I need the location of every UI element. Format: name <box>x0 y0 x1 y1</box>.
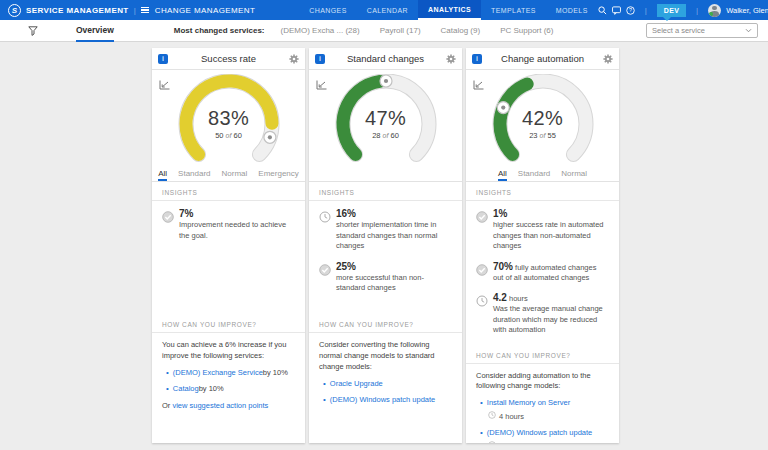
nav-item-calendar[interactable]: CALENDAR <box>357 0 418 20</box>
improve-label: HOW CAN YOU IMPROVE? <box>152 314 305 333</box>
most-changed-services-label: Most changed services: <box>174 26 265 35</box>
improve-label: HOW CAN YOU IMPROVE? <box>309 314 462 333</box>
user-avatar[interactable] <box>708 4 721 17</box>
primary-nav: CHANGESCALENDARANALYTICSTEMPLATESMODELS <box>299 0 597 20</box>
improve-link[interactable]: Install Memory on Server <box>487 398 570 409</box>
insight-value: 7% <box>179 208 295 219</box>
insight-value: 16% <box>336 208 452 219</box>
clock-icon <box>476 292 493 336</box>
gear-icon[interactable] <box>289 54 299 64</box>
insights-label: INSIGHTS <box>152 182 305 201</box>
card-title: Change automation <box>482 53 603 64</box>
improve-link-row: •Install Memory on Server <box>476 397 609 409</box>
improve-label: HOW CAN YOU IMPROVE? <box>466 345 619 364</box>
insight-content: 4.2 hoursWas the average manual change d… <box>493 292 609 336</box>
insight-content: 16%shorter implementation time in standa… <box>336 208 452 252</box>
tab-normal[interactable]: Normal <box>222 169 248 181</box>
tab-emergency[interactable]: Emergency <box>258 169 298 181</box>
improve-footer: Or view suggested action points <box>162 401 295 412</box>
gauge-sub-label: 28 of 60 <box>326 131 446 140</box>
bullet-icon: • <box>480 397 483 409</box>
service-chip-demo-excha-28[interactable]: (DEMO) Excha ... (28) <box>281 26 360 35</box>
insight-text: more successful than non-standard change… <box>336 273 452 294</box>
nav-item-changes[interactable]: CHANGES <box>299 0 356 20</box>
goal-marker <box>380 75 392 87</box>
improve-link[interactable]: (DEMO) Windows patch update <box>330 395 435 406</box>
improve-link-list: •Install Memory on Server4 hours•(DEMO) … <box>476 397 609 443</box>
duration-text: 4 hours <box>499 441 524 443</box>
service-chip-catalog-9[interactable]: Catalog (9) <box>441 26 481 35</box>
improve-link[interactable]: Catalog <box>173 384 199 395</box>
tab-all[interactable]: All <box>158 169 167 181</box>
gauge-section: 42%23 of 55 <box>466 70 619 166</box>
card-header: iChange automation <box>466 48 619 70</box>
tab-overview[interactable]: Overview <box>76 20 114 42</box>
gauge-section: 47%28 of 60 <box>309 70 462 166</box>
improve-link-list: •(DEMO) Exchange Service by 10%•Catalog … <box>162 367 295 395</box>
insight-text: out of all automated changes <box>493 273 596 284</box>
insight-content: 25%more successful than non-standard cha… <box>336 261 452 294</box>
gauge-value: 42% <box>483 107 603 130</box>
divider: | <box>134 6 136 15</box>
insight-item: 16%shorter implementation time in standa… <box>319 208 452 252</box>
divider: | <box>645 6 647 15</box>
improve-link[interactable]: (DEMO) Windows patch update <box>487 428 592 439</box>
improve-section: Consider converting the following normal… <box>309 333 462 409</box>
insight-item: 70% fully automated changesout of all au… <box>476 261 609 284</box>
improve-link[interactable]: (DEMO) Exchange Service <box>173 368 263 379</box>
improve-link-row: •(DEMO) Windows patch update <box>319 394 452 406</box>
gauge: 42%23 of 55 <box>483 74 603 170</box>
card-change-automation: iChange automation42%23 of 55AllStandard… <box>466 48 619 443</box>
svg-text:?: ? <box>629 7 632 13</box>
bullet-icon: • <box>323 378 326 390</box>
insight-content: 1%higher success rate in automated chang… <box>493 208 609 252</box>
nav-item-templates[interactable]: TEMPLATES <box>481 0 546 20</box>
tab-normal[interactable]: Normal <box>561 169 587 181</box>
dashboard-cards: iSuccess rate83%50 of 60AllStandardNorma… <box>0 42 768 443</box>
improve-link-suffix: by 10% <box>199 384 224 395</box>
tab-all[interactable]: All <box>498 169 507 181</box>
service-chip-list: (DEMO) Excha ... (28)Payroll (17)Catalog… <box>281 26 554 35</box>
nav-item-models[interactable]: MODELS <box>546 0 598 20</box>
menu-icon[interactable] <box>141 7 149 14</box>
info-icon[interactable]: i <box>158 54 168 64</box>
info-icon[interactable]: i <box>315 54 325 64</box>
card-title: Success rate <box>168 53 289 64</box>
card-header: iSuccess rate <box>152 48 305 70</box>
gauge-sub-label: 23 of 55 <box>483 131 603 140</box>
insight-item: 4.2 hoursWas the average manual change d… <box>476 292 609 336</box>
service-select[interactable]: Select a service <box>646 23 758 38</box>
filter-icon[interactable] <box>28 26 38 36</box>
improve-link-list: •Oracle Upgrade•(DEMO) Windows patch upd… <box>319 378 452 406</box>
gauge-center-label: 47%28 of 60 <box>326 107 446 140</box>
service-chip-payroll-17[interactable]: Payroll (17) <box>380 26 421 35</box>
tab-standard[interactable]: Standard <box>518 169 550 181</box>
gear-icon[interactable] <box>603 54 613 64</box>
service-chip-pc-support-6[interactable]: PC Support (6) <box>500 26 553 35</box>
clock-icon <box>488 411 496 423</box>
help-icon[interactable]: ? <box>626 6 635 15</box>
gauge-section: 83%50 of 60 <box>152 70 305 166</box>
divider: | <box>696 6 698 15</box>
gauge-value: 47% <box>326 107 446 130</box>
gauge-value: 83% <box>169 107 289 130</box>
clock-icon <box>319 208 336 252</box>
insight-text: higher success rate in automated changes… <box>493 220 609 252</box>
gauge: 47%28 of 60 <box>326 74 446 170</box>
feedback-chat-icon[interactable] <box>612 6 621 15</box>
insight-value-suffix: hours <box>507 294 528 303</box>
improve-list-item: •(DEMO) Windows patch update <box>319 394 452 406</box>
info-icon[interactable]: i <box>472 54 482 64</box>
insight-item: 1%higher success rate in automated chang… <box>476 208 609 252</box>
gear-icon[interactable] <box>446 54 456 64</box>
tab-standard[interactable]: Standard <box>178 169 210 181</box>
improve-link[interactable]: Oracle Upgrade <box>330 379 383 390</box>
search-icon[interactable] <box>598 6 607 15</box>
nav-item-analytics[interactable]: ANALYTICS <box>418 0 481 20</box>
suggested-action-points-link[interactable]: view suggested action points <box>172 401 268 410</box>
improve-list-item: •(DEMO) Windows patch update4 hours <box>476 427 609 443</box>
user-menu[interactable]: Walker, Glenn <box>726 6 768 15</box>
insight-content: 7%Improvement needed to achieve the goal… <box>179 208 295 241</box>
environment-badge[interactable]: DEV <box>657 4 686 17</box>
gauge-center-label: 42%23 of 55 <box>483 107 603 140</box>
